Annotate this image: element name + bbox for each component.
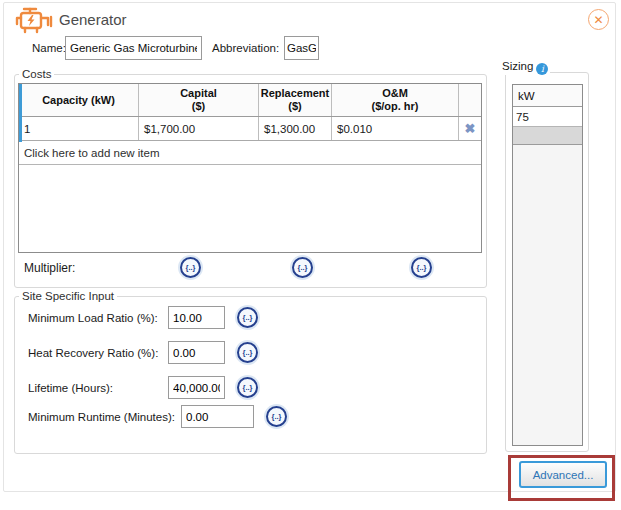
abbreviation-label: Abbreviation: (212, 42, 279, 54)
generator-engine-icon (14, 5, 54, 37)
heat-recovery-ratio-expression-button[interactable]: {..} (237, 342, 258, 363)
dialog-title: Generator (59, 11, 127, 28)
costs-legend: Costs (19, 68, 54, 80)
capital-multiplier-expression-button[interactable]: {..} (180, 257, 201, 278)
lifetime-label: Lifetime (Hours): (28, 382, 168, 394)
sizing-empty-row[interactable] (513, 127, 582, 145)
name-input[interactable] (65, 36, 202, 60)
add-new-item-row[interactable]: Click here to add new item (19, 141, 481, 165)
sizing-info-icon[interactable]: i (536, 63, 548, 75)
sizing-label: Sizing (502, 60, 533, 72)
minimum-load-ratio-expression-button[interactable]: {..} (237, 307, 258, 328)
heat-recovery-ratio-label: Heat Recovery Ratio (%): (28, 347, 168, 359)
minimum-runtime-label: Minimum Runtime (Minutes): (28, 411, 181, 423)
heat-recovery-ratio-input[interactable] (168, 341, 225, 364)
column-header-actions (459, 84, 481, 116)
minimum-runtime-input[interactable] (181, 405, 254, 428)
delete-row-icon[interactable]: ✖ (465, 122, 476, 135)
sizing-column-header[interactable]: kW (513, 85, 582, 107)
column-header-capacity[interactable]: Capacity (kW) (19, 84, 139, 116)
cell-actions: ✖ (459, 117, 481, 140)
cell-capacity[interactable]: 1 (19, 117, 139, 140)
advanced-button[interactable]: Advanced... (519, 461, 607, 488)
minimum-load-ratio-label: Minimum Load Ratio (%): (28, 312, 168, 324)
minimum-runtime-expression-button[interactable]: {..} (266, 406, 287, 427)
heat-recovery-ratio-row: Heat Recovery Ratio (%): {..} (28, 341, 258, 364)
costs-table: Capacity (kW) Capital($) Replacement($) … (18, 83, 482, 253)
lifetime-expression-button[interactable]: {..} (237, 377, 258, 398)
abbreviation-input[interactable] (284, 36, 319, 60)
cell-replacement[interactable]: $1,300.00 (259, 117, 332, 140)
sizing-value-row[interactable]: 75 (513, 107, 582, 127)
minimum-load-ratio-row: Minimum Load Ratio (%): {..} (28, 306, 258, 329)
replacement-multiplier-expression-button[interactable]: {..} (292, 257, 313, 278)
close-icon[interactable]: ✕ (588, 9, 609, 30)
sizing-table: kW 75 (512, 84, 583, 446)
multiplier-label: Multiplier: (24, 261, 75, 275)
grid-accent-stripe (19, 84, 22, 142)
om-multiplier-expression-button[interactable]: {..} (411, 257, 432, 278)
site-specific-legend: Site Specific Input (19, 290, 117, 302)
column-header-capital[interactable]: Capital($) (139, 84, 259, 116)
minimum-load-ratio-input[interactable] (168, 306, 225, 329)
costs-header-row: Capacity (kW) Capital($) Replacement($) … (19, 84, 481, 117)
minimum-runtime-row: Minimum Runtime (Minutes): {..} (28, 405, 287, 428)
cell-capital[interactable]: $1,700.00 (139, 117, 259, 140)
sizing-label-row: Sizingi (500, 60, 550, 75)
costs-data-row: 1 $1,700.00 $1,300.00 $0.010 ✖ (19, 117, 481, 141)
generator-dialog: Generator ✕ Name: Abbreviation: Costs Ca… (0, 0, 621, 510)
lifetime-input[interactable] (168, 376, 225, 399)
column-header-replacement[interactable]: Replacement($) (259, 84, 332, 116)
lifetime-row: Lifetime (Hours): {..} (28, 376, 258, 399)
cell-om[interactable]: $0.010 (332, 117, 459, 140)
name-label: Name: (32, 42, 66, 54)
column-header-om[interactable]: O&M($/op. hr) (332, 84, 459, 116)
